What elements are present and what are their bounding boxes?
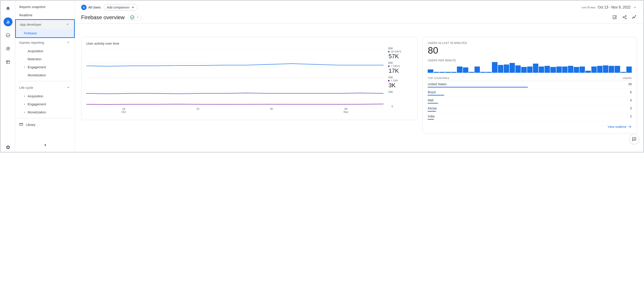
collapse-sidebar-button[interactable] bbox=[42, 142, 48, 149]
caret-down-icon bbox=[136, 16, 139, 20]
sidebar-item-engagement[interactable]: Engagement bbox=[15, 63, 75, 71]
date-range-picker[interactable]: Last 28 days Oct 13 - Nov 9, 2022 bbox=[582, 5, 637, 9]
mini-bar bbox=[486, 72, 492, 73]
realtime-value: 80 bbox=[428, 45, 632, 56]
mini-bar bbox=[562, 67, 568, 73]
sidebar-label: Acquisition bbox=[28, 94, 43, 98]
check-circle-icon bbox=[130, 16, 134, 20]
nav-rail bbox=[1, 1, 15, 152]
mini-bar bbox=[597, 66, 602, 73]
sidebar-item-monetization[interactable]: Monetization bbox=[15, 108, 75, 116]
svg-rect-3 bbox=[6, 61, 10, 64]
advertising-icon[interactable] bbox=[4, 44, 12, 53]
status-pill[interactable] bbox=[128, 14, 142, 21]
sidebar-item-realtime[interactable]: Realtime bbox=[15, 11, 75, 19]
y-tick-label: 60K bbox=[388, 61, 393, 65]
sidebar-item-monetization[interactable]: Monetization bbox=[15, 71, 75, 79]
realtime-label: USERS IN LAST 30 MINUTES bbox=[428, 42, 632, 45]
group-life-cycle[interactable]: Life cycle bbox=[15, 83, 75, 92]
mini-bar bbox=[527, 67, 532, 73]
countries-head-left: TOP COUNTRIES bbox=[428, 77, 449, 80]
customize-report-icon[interactable] bbox=[612, 15, 617, 20]
mini-bar bbox=[591, 67, 597, 73]
country-name: United States bbox=[428, 82, 446, 86]
legend-item[interactable]: 1 DAY3K bbox=[388, 79, 412, 89]
feedback-button[interactable] bbox=[629, 134, 639, 144]
sidebar-label: Firebase bbox=[24, 31, 37, 35]
caret-right-icon bbox=[23, 111, 26, 114]
y-tick-label: 40K bbox=[388, 76, 393, 79]
divider bbox=[19, 81, 71, 81]
chevron-up-icon bbox=[66, 40, 70, 45]
insights-icon[interactable] bbox=[632, 15, 637, 20]
sidebar-item-acquisition[interactable]: Acquisition bbox=[15, 92, 75, 100]
svg-point-18 bbox=[634, 139, 634, 140]
x-tick-label: 16Oct bbox=[122, 107, 126, 114]
line-chart bbox=[86, 49, 384, 106]
mini-bar bbox=[480, 72, 486, 73]
home-icon[interactable] bbox=[4, 4, 12, 13]
sidebar-item-engagement[interactable]: Engagement bbox=[15, 100, 75, 108]
sidebar-item-retention[interactable]: Retention bbox=[15, 55, 75, 63]
legend-label: 7 DAYS bbox=[391, 65, 400, 67]
legend-item[interactable]: 7 DAYS17K bbox=[388, 65, 412, 74]
mini-bar bbox=[580, 67, 585, 73]
country-name: Mali bbox=[428, 98, 434, 102]
audience-chip[interactable]: A All Users bbox=[81, 5, 101, 10]
explore-icon[interactable] bbox=[4, 31, 12, 40]
reports-icon[interactable] bbox=[4, 18, 12, 26]
settings-icon[interactable] bbox=[4, 143, 12, 152]
legend-value: 57K bbox=[388, 53, 412, 60]
link-label: View realtime bbox=[608, 125, 626, 129]
audience-badge: A bbox=[81, 5, 86, 10]
mini-bar bbox=[585, 71, 591, 73]
title-actions bbox=[612, 15, 637, 20]
sidebar-item-library[interactable]: Library bbox=[15, 120, 75, 129]
group-games-reporting[interactable]: Games reporting bbox=[15, 38, 75, 47]
country-name: Brazil bbox=[428, 90, 436, 94]
group-app-developer[interactable]: App developer bbox=[16, 20, 74, 29]
share-icon[interactable] bbox=[622, 15, 627, 20]
mini-bar bbox=[504, 65, 509, 73]
sidebar-label: Library bbox=[26, 123, 36, 127]
mini-bar bbox=[568, 66, 573, 73]
mini-bar bbox=[440, 72, 445, 73]
countries-head-right: USERS bbox=[623, 77, 632, 80]
card-user-activity: User activity over time 80K60K40K20K0 16… bbox=[81, 37, 418, 120]
sidebar-label: Realtime bbox=[19, 13, 32, 17]
view-realtime-link[interactable]: View realtime bbox=[428, 125, 632, 129]
sidebar-label: Monetization bbox=[28, 111, 46, 114]
country-row: Brazil6 bbox=[428, 89, 632, 97]
library-icon bbox=[19, 122, 23, 127]
sidebar-item-acquisition[interactable]: Acquisition bbox=[15, 47, 75, 55]
legend-label: 30 DAYS bbox=[391, 50, 402, 53]
mini-bar bbox=[469, 72, 474, 73]
mini-bar-chart bbox=[428, 62, 632, 73]
topbar: A All Users Add comparison Last 28 days … bbox=[75, 1, 643, 11]
sidebar-label: Retention bbox=[28, 57, 42, 61]
mini-bar bbox=[445, 72, 451, 73]
mini-bar bbox=[515, 65, 521, 73]
caret-right-icon bbox=[23, 103, 26, 106]
y-tick-label: 0 bbox=[392, 105, 393, 108]
mini-bar bbox=[457, 67, 462, 73]
mini-bar bbox=[533, 64, 538, 73]
country-users: 4 bbox=[630, 98, 632, 102]
sidebar-item-snapshot[interactable]: Reports snapshot bbox=[15, 3, 75, 11]
mini-bar bbox=[492, 62, 497, 73]
mini-bar bbox=[550, 67, 556, 73]
country-users: 39 bbox=[628, 82, 632, 86]
group-label: Games reporting bbox=[19, 41, 44, 45]
svg-rect-4 bbox=[20, 123, 23, 126]
audience-label: All Users bbox=[88, 6, 101, 9]
svg-point-9 bbox=[632, 18, 633, 19]
country-users: 3 bbox=[630, 106, 632, 110]
country-row: Kenya3 bbox=[428, 105, 632, 113]
configure-icon[interactable] bbox=[4, 58, 12, 67]
legend-item[interactable]: 30 DAYS57K bbox=[388, 50, 412, 60]
country-row: India2 bbox=[428, 113, 632, 121]
add-comparison-button[interactable]: Add comparison bbox=[104, 4, 138, 11]
sidebar-label: Monetization bbox=[28, 73, 46, 77]
country-row: Mali4 bbox=[428, 97, 632, 105]
sidebar-item-firebase[interactable]: Firebase bbox=[16, 29, 74, 37]
